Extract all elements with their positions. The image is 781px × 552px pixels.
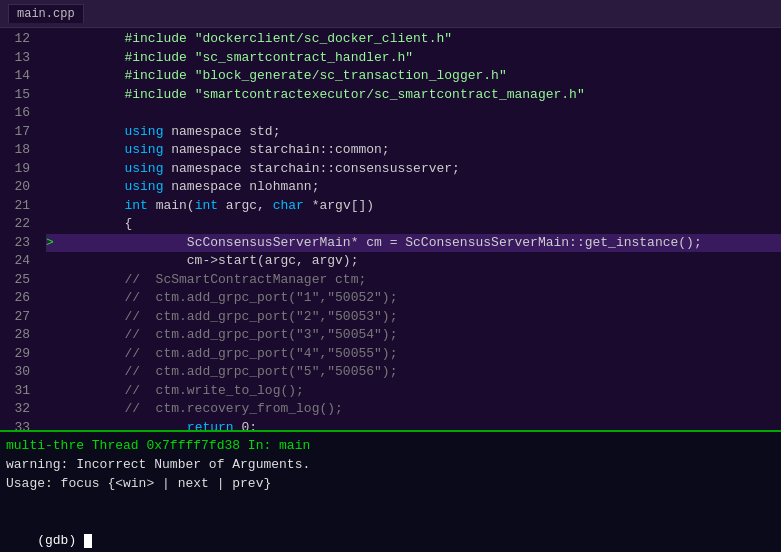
code-token: #include "sc_smartcontract_handler.h" — [124, 49, 413, 68]
code-token — [62, 141, 124, 160]
code-token: #include "dockerclient/sc_docker_client.… — [124, 30, 452, 49]
code-token: using — [124, 160, 163, 179]
code-line: #include "dockerclient/sc_docker_client.… — [46, 30, 781, 49]
code-token: // ScSmartContractManager ctm; — [62, 271, 366, 290]
tab-main-cpp[interactable]: main.cpp — [8, 4, 84, 23]
code-line: { — [46, 215, 781, 234]
code-token: // ctm.add_grpc_port("2","50053"); — [62, 308, 397, 327]
arrow-indicator — [46, 197, 58, 216]
code-token — [62, 67, 124, 86]
arrow-indicator — [46, 160, 58, 179]
code-line: // ctm.add_grpc_port("2","50053"); — [46, 308, 781, 327]
code-token: // ctm.add_grpc_port("3","50054"); — [62, 326, 397, 345]
line-number: 17 — [0, 123, 30, 142]
arrow-indicator — [46, 123, 58, 142]
arrow-indicator — [46, 382, 58, 401]
code-token — [62, 178, 124, 197]
arrow-indicator — [46, 419, 58, 431]
code-token — [62, 86, 124, 105]
arrow-indicator — [46, 308, 58, 327]
prompt-text: (gdb) — [37, 533, 84, 548]
line-number: 25 — [0, 271, 30, 290]
code-token: *argv[]) — [304, 197, 374, 216]
arrow-indicator — [46, 67, 58, 86]
line-number: 27 — [0, 308, 30, 327]
code-line: using namespace starchain::common; — [46, 141, 781, 160]
code-line: int main(int argc, char *argv[]) — [46, 197, 781, 216]
terminal-area[interactable]: multi-thre Thread 0x7ffff7fd38 In: main … — [0, 430, 781, 552]
arrow-indicator — [46, 104, 58, 123]
arrow-indicator — [46, 400, 58, 419]
code-token: // ctm.add_grpc_port("4","50055"); — [62, 345, 397, 364]
code-line: #include "smartcontractexecutor/sc_smart… — [46, 86, 781, 105]
code-line: // ctm.write_to_log(); — [46, 382, 781, 401]
code-line: > ScConsensusServerMain* cm = ScConsensu… — [46, 234, 781, 253]
code-token — [62, 123, 124, 142]
code-token: // ctm.recovery_from_log(); — [62, 400, 343, 419]
code-token: using — [124, 123, 163, 142]
code-token: int — [195, 197, 218, 216]
arrow-indicator — [46, 178, 58, 197]
line-number: 20 — [0, 178, 30, 197]
cursor — [84, 534, 92, 548]
arrow-indicator — [46, 30, 58, 49]
arrow-indicator — [46, 289, 58, 308]
code-token: namespace nlohmann; — [163, 178, 319, 197]
line-number: 22 — [0, 215, 30, 234]
code-line: using namespace nlohmann; — [46, 178, 781, 197]
arrow-indicator — [46, 86, 58, 105]
line-number: 13 — [0, 49, 30, 68]
code-line: // ctm.add_grpc_port("1","50052"); — [46, 289, 781, 308]
code-token: return — [187, 419, 234, 431]
code-line: // ctm.add_grpc_port("4","50055"); — [46, 345, 781, 364]
code-token: #include "smartcontractexecutor/sc_smart… — [124, 86, 584, 105]
code-line: #include "block_generate/sc_transaction_… — [46, 67, 781, 86]
code-token: 0; — [234, 419, 257, 431]
code-line: // ctm.add_grpc_port("3","50054"); — [46, 326, 781, 345]
code-token: char — [273, 197, 304, 216]
code-token: main( — [148, 197, 195, 216]
code-token — [62, 197, 124, 216]
arrow-indicator: > — [46, 234, 58, 253]
editor-area: main.cpp 1213141516171819202122232425262… — [0, 0, 781, 430]
code-token: int — [124, 197, 147, 216]
code-token — [62, 30, 124, 49]
arrow-indicator — [46, 345, 58, 364]
tab-bar: main.cpp — [0, 0, 781, 28]
arrow-indicator — [46, 49, 58, 68]
line-number: 21 — [0, 197, 30, 216]
code-token: using — [124, 141, 163, 160]
line-number: 28 — [0, 326, 30, 345]
code-token: // ctm.write_to_log(); — [62, 382, 304, 401]
blank-line — [6, 493, 775, 512]
code-token: ScConsensusServerMain* cm = ScConsensusS… — [187, 234, 702, 253]
code-token — [62, 160, 124, 179]
line-number: 12 — [0, 30, 30, 49]
code-line: #include "sc_smartcontract_handler.h" — [46, 49, 781, 68]
arrow-indicator — [46, 326, 58, 345]
thread-line: multi-thre Thread 0x7ffff7fd38 In: main — [6, 436, 775, 455]
code-token: using — [124, 178, 163, 197]
code-token — [62, 49, 124, 68]
code-line: using namespace std; — [46, 123, 781, 142]
code-token: namespace starchain::common; — [163, 141, 389, 160]
code-line — [46, 104, 781, 123]
line-number: 29 — [0, 345, 30, 364]
code-token: #include "block_generate/sc_transaction_… — [124, 67, 506, 86]
arrow-indicator — [46, 252, 58, 271]
code-line: // ScSmartContractManager ctm; — [46, 271, 781, 290]
code-token: cm->start(argc, argv); — [62, 252, 358, 271]
line-number: 33 — [0, 419, 30, 431]
code-token: namespace std; — [163, 123, 280, 142]
code-token: // ctm.add_grpc_port("1","50052"); — [62, 289, 397, 308]
line-number: 15 — [0, 86, 30, 105]
code-token: { — [62, 215, 132, 234]
line-number: 30 — [0, 363, 30, 382]
line-number: 31 — [0, 382, 30, 401]
warning-line: warning: Incorrect Number of Arguments. — [6, 455, 775, 474]
code-token: argc, — [218, 197, 273, 216]
prompt-line[interactable]: (gdb) — [6, 512, 775, 552]
code-line: // ctm.recovery_from_log(); — [46, 400, 781, 419]
line-number: 32 — [0, 400, 30, 419]
code-token: // ctm.add_grpc_port("5","50056"); — [62, 363, 397, 382]
